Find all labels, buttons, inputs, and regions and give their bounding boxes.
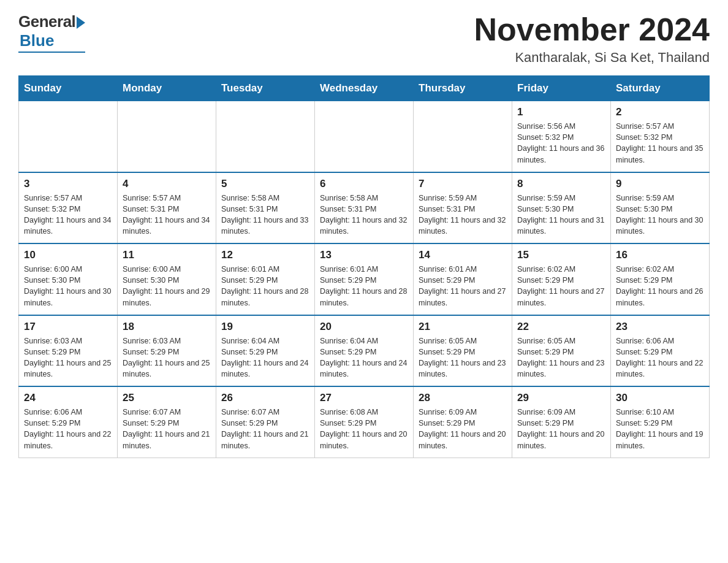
- day-number: 16: [616, 249, 704, 261]
- calendar-day-header: Wednesday: [315, 76, 414, 101]
- day-sun-info: Sunrise: 5:58 AMSunset: 5:31 PMDaylight:…: [320, 193, 408, 237]
- calendar-cell: 17Sunrise: 6:03 AMSunset: 5:29 PMDayligh…: [19, 315, 118, 387]
- day-number: 18: [123, 321, 211, 333]
- day-sun-info: Sunrise: 5:57 AMSunset: 5:31 PMDaylight:…: [123, 193, 211, 237]
- day-sun-info: Sunrise: 6:03 AMSunset: 5:29 PMDaylight:…: [123, 335, 211, 380]
- day-number: 13: [320, 249, 408, 261]
- day-sun-info: Sunrise: 5:59 AMSunset: 5:30 PMDaylight:…: [517, 193, 605, 237]
- day-sun-info: Sunrise: 6:02 AMSunset: 5:29 PMDaylight:…: [616, 264, 704, 308]
- calendar-cell: [414, 101, 512, 172]
- calendar-cell: 14Sunrise: 6:01 AMSunset: 5:29 PMDayligh…: [414, 243, 512, 315]
- calendar-cell: 11Sunrise: 6:00 AMSunset: 5:30 PMDayligh…: [118, 243, 216, 315]
- day-sun-info: Sunrise: 6:00 AMSunset: 5:30 PMDaylight:…: [24, 264, 112, 308]
- day-sun-info: Sunrise: 6:02 AMSunset: 5:29 PMDaylight:…: [517, 264, 605, 308]
- calendar-week-row: 10Sunrise: 6:00 AMSunset: 5:30 PMDayligh…: [19, 243, 710, 315]
- calendar-cell: 7Sunrise: 5:59 AMSunset: 5:31 PMDaylight…: [414, 172, 512, 244]
- day-sun-info: Sunrise: 5:57 AMSunset: 5:32 PMDaylight:…: [24, 193, 112, 237]
- calendar-cell: 19Sunrise: 6:04 AMSunset: 5:29 PMDayligh…: [216, 315, 315, 387]
- day-sun-info: Sunrise: 5:56 AMSunset: 5:32 PMDaylight:…: [517, 121, 605, 166]
- calendar-week-row: 17Sunrise: 6:03 AMSunset: 5:29 PMDayligh…: [19, 315, 710, 387]
- day-number: 15: [517, 249, 605, 261]
- logo: General Blue: [18, 12, 85, 53]
- calendar-day-header: Saturday: [611, 76, 710, 101]
- calendar-cell: 4Sunrise: 5:57 AMSunset: 5:31 PMDaylight…: [118, 172, 216, 244]
- day-number: 8: [517, 178, 605, 190]
- day-number: 1: [517, 106, 605, 118]
- day-sun-info: Sunrise: 5:59 AMSunset: 5:31 PMDaylight:…: [419, 193, 507, 237]
- calendar-cell: 8Sunrise: 5:59 AMSunset: 5:30 PMDaylight…: [512, 172, 611, 244]
- calendar-cell: 5Sunrise: 5:58 AMSunset: 5:31 PMDaylight…: [216, 172, 315, 244]
- calendar-cell: 27Sunrise: 6:08 AMSunset: 5:29 PMDayligh…: [315, 386, 414, 458]
- calendar-cell: 26Sunrise: 6:07 AMSunset: 5:29 PMDayligh…: [216, 386, 315, 458]
- day-sun-info: Sunrise: 6:09 AMSunset: 5:29 PMDaylight:…: [517, 407, 605, 451]
- day-number: 29: [517, 392, 605, 404]
- day-sun-info: Sunrise: 6:04 AMSunset: 5:29 PMDaylight:…: [221, 335, 309, 380]
- day-number: 5: [221, 178, 309, 190]
- calendar-cell: 13Sunrise: 6:01 AMSunset: 5:29 PMDayligh…: [315, 243, 414, 315]
- calendar-cell: 25Sunrise: 6:07 AMSunset: 5:29 PMDayligh…: [118, 386, 216, 458]
- title-section: November 2024 Kantharalak, Si Sa Ket, Th…: [474, 12, 710, 66]
- calendar-table: SundayMondayTuesdayWednesdayThursdayFrid…: [18, 75, 710, 458]
- day-number: 28: [419, 392, 507, 404]
- day-sun-info: Sunrise: 6:07 AMSunset: 5:29 PMDaylight:…: [123, 407, 211, 451]
- calendar-cell: 1Sunrise: 5:56 AMSunset: 5:32 PMDaylight…: [512, 101, 611, 172]
- calendar-header-row: SundayMondayTuesdayWednesdayThursdayFrid…: [19, 76, 710, 101]
- calendar-cell: 6Sunrise: 5:58 AMSunset: 5:31 PMDaylight…: [315, 172, 414, 244]
- calendar-cell: 3Sunrise: 5:57 AMSunset: 5:32 PMDaylight…: [19, 172, 118, 244]
- logo-arrow-icon: [77, 17, 85, 29]
- page-title: November 2024: [474, 12, 710, 47]
- day-number: 21: [419, 321, 507, 333]
- day-sun-info: Sunrise: 6:01 AMSunset: 5:29 PMDaylight:…: [320, 264, 408, 308]
- calendar-week-row: 3Sunrise: 5:57 AMSunset: 5:32 PMDaylight…: [19, 172, 710, 244]
- calendar-week-row: 24Sunrise: 6:06 AMSunset: 5:29 PMDayligh…: [19, 386, 710, 458]
- calendar-cell: 9Sunrise: 5:59 AMSunset: 5:30 PMDaylight…: [611, 172, 710, 244]
- calendar-cell: 10Sunrise: 6:00 AMSunset: 5:30 PMDayligh…: [19, 243, 118, 315]
- calendar-cell: 20Sunrise: 6:04 AMSunset: 5:29 PMDayligh…: [315, 315, 414, 387]
- calendar-day-header: Tuesday: [216, 76, 315, 101]
- day-sun-info: Sunrise: 6:05 AMSunset: 5:29 PMDaylight:…: [517, 335, 605, 380]
- day-number: 23: [616, 321, 704, 333]
- day-sun-info: Sunrise: 6:01 AMSunset: 5:29 PMDaylight:…: [419, 264, 507, 308]
- day-number: 19: [221, 321, 309, 333]
- day-sun-info: Sunrise: 6:07 AMSunset: 5:29 PMDaylight:…: [221, 407, 309, 451]
- day-number: 27: [320, 392, 408, 404]
- day-number: 17: [24, 321, 112, 333]
- day-sun-info: Sunrise: 6:03 AMSunset: 5:29 PMDaylight:…: [24, 335, 112, 380]
- page-subtitle: Kantharalak, Si Sa Ket, Thailand: [474, 50, 710, 66]
- calendar-cell: 24Sunrise: 6:06 AMSunset: 5:29 PMDayligh…: [19, 386, 118, 458]
- day-sun-info: Sunrise: 6:05 AMSunset: 5:29 PMDaylight:…: [419, 335, 507, 380]
- day-sun-info: Sunrise: 6:08 AMSunset: 5:29 PMDaylight:…: [320, 407, 408, 451]
- day-sun-info: Sunrise: 5:59 AMSunset: 5:30 PMDaylight:…: [616, 193, 704, 237]
- calendar-cell: 21Sunrise: 6:05 AMSunset: 5:29 PMDayligh…: [414, 315, 512, 387]
- calendar-cell: 15Sunrise: 6:02 AMSunset: 5:29 PMDayligh…: [512, 243, 611, 315]
- day-number: 11: [123, 249, 211, 261]
- calendar-cell: 29Sunrise: 6:09 AMSunset: 5:29 PMDayligh…: [512, 386, 611, 458]
- calendar-cell: 2Sunrise: 5:57 AMSunset: 5:32 PMDaylight…: [611, 101, 710, 172]
- day-number: 20: [320, 321, 408, 333]
- calendar-cell: 12Sunrise: 6:01 AMSunset: 5:29 PMDayligh…: [216, 243, 315, 315]
- logo-blue-text: Blue: [20, 31, 54, 50]
- day-sun-info: Sunrise: 5:57 AMSunset: 5:32 PMDaylight:…: [616, 121, 704, 166]
- calendar-cell: 28Sunrise: 6:09 AMSunset: 5:29 PMDayligh…: [414, 386, 512, 458]
- day-sun-info: Sunrise: 6:09 AMSunset: 5:29 PMDaylight:…: [419, 407, 507, 451]
- day-number: 30: [616, 392, 704, 404]
- day-sun-info: Sunrise: 6:06 AMSunset: 5:29 PMDaylight:…: [24, 407, 112, 451]
- calendar-cell: 30Sunrise: 6:10 AMSunset: 5:29 PMDayligh…: [611, 386, 710, 458]
- logo-underline: [18, 52, 85, 53]
- day-number: 6: [320, 178, 408, 190]
- calendar-cell: 16Sunrise: 6:02 AMSunset: 5:29 PMDayligh…: [611, 243, 710, 315]
- day-sun-info: Sunrise: 6:04 AMSunset: 5:29 PMDaylight:…: [320, 335, 408, 380]
- calendar-day-header: Friday: [512, 76, 611, 101]
- calendar-cell: 18Sunrise: 6:03 AMSunset: 5:29 PMDayligh…: [118, 315, 216, 387]
- calendar-day-header: Sunday: [19, 76, 118, 101]
- day-number: 9: [616, 178, 704, 190]
- calendar-cell: 23Sunrise: 6:06 AMSunset: 5:29 PMDayligh…: [611, 315, 710, 387]
- day-sun-info: Sunrise: 6:06 AMSunset: 5:29 PMDaylight:…: [616, 335, 704, 380]
- day-number: 4: [123, 178, 211, 190]
- calendar-cell: [118, 101, 216, 172]
- day-number: 2: [616, 106, 704, 118]
- calendar-day-header: Thursday: [414, 76, 512, 101]
- day-number: 3: [24, 178, 112, 190]
- day-sun-info: Sunrise: 6:10 AMSunset: 5:29 PMDaylight:…: [616, 407, 704, 451]
- day-number: 7: [419, 178, 507, 190]
